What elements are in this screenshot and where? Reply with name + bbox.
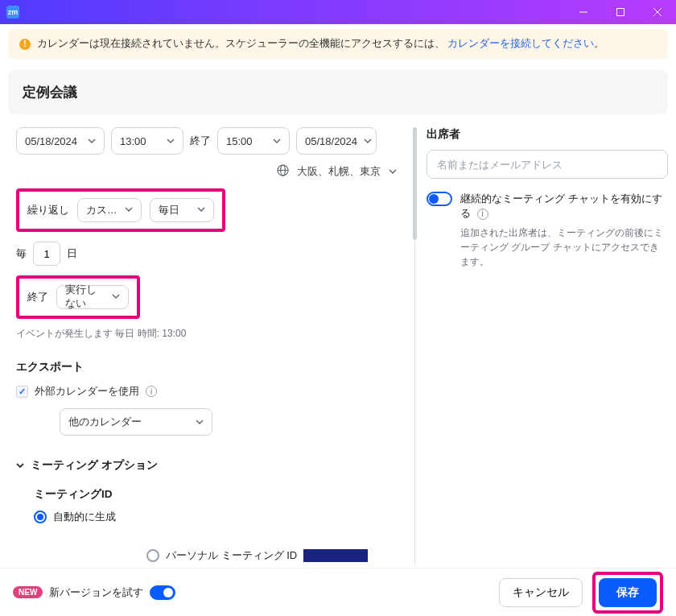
minimize-button[interactable]	[565, 0, 602, 24]
titlebar: zm	[0, 0, 676, 24]
meeting-id-title: ミーティングID	[34, 487, 403, 502]
chevron-down-icon	[197, 205, 205, 216]
chevron-down-icon	[364, 135, 372, 147]
try-new-toggle[interactable]	[150, 585, 175, 600]
chevron-down-icon	[125, 205, 133, 216]
maximize-button[interactable]	[602, 0, 639, 24]
every-value-input[interactable]	[33, 242, 60, 266]
end-recurrence-highlight: 終了 実行しない	[16, 275, 140, 319]
new-badge: NEW	[13, 586, 43, 598]
recurrence-highlight: 繰り返し カスタム... 毎日	[16, 188, 225, 232]
end-label: 終了	[190, 134, 211, 148]
try-new-label: 新バージョンを試す	[49, 585, 143, 600]
end-time-select[interactable]: 15:00	[217, 127, 290, 155]
calendar-select[interactable]: 他のカレンダー	[60, 408, 212, 436]
cancel-button[interactable]: キャンセル	[499, 578, 583, 607]
continuous-chat-note: 追加された出席者は、ミーティングの前後にミーティング グループ チャットにアクセ…	[460, 225, 668, 269]
every-suffix-label: 日	[67, 246, 77, 261]
end-date-select[interactable]: 05/18/2024	[296, 127, 377, 155]
meeting-options-title[interactable]: ミーティング オプション	[31, 458, 158, 473]
continuous-chat-label: 継続的なミーティング チャットを有効にする	[460, 192, 662, 219]
end-recurrence-label: 終了	[27, 290, 48, 304]
save-highlight: 保存	[592, 572, 663, 614]
external-calendar-label: 外部カレンダーを使用	[35, 384, 139, 399]
page-header: 定例会議	[8, 70, 668, 114]
attendees-input[interactable]	[427, 150, 668, 179]
start-date-select[interactable]: 05/18/2024	[16, 127, 105, 155]
save-button[interactable]: 保存	[599, 578, 657, 607]
chevron-down-icon	[389, 166, 397, 178]
redacted-id	[303, 549, 368, 562]
chevron-down-icon	[273, 135, 281, 147]
info-icon[interactable]: i	[146, 386, 157, 397]
window-close-button[interactable]	[639, 0, 676, 24]
banner-text: カレンダーは現在接続されていません。スケジューラーの全機能にアクセスするには、	[37, 38, 445, 49]
external-calendar-checkbox[interactable]	[16, 386, 28, 398]
warning-icon: !	[19, 39, 31, 50]
globe-icon	[277, 164, 289, 179]
timezone-label[interactable]: 大阪、札幌、東京	[297, 164, 381, 179]
footer: NEW 新バージョンを試す キャンセル 保存	[0, 568, 676, 616]
continuous-chat-toggle[interactable]	[427, 192, 452, 206]
chevron-down-icon	[112, 291, 120, 303]
svg-rect-1	[617, 9, 624, 16]
datetime-row: 05/18/2024 13:00 終了 15:00 05/18/2024	[16, 127, 403, 155]
recurrence-type-select[interactable]: カスタム...	[77, 198, 142, 222]
connect-calendar-link[interactable]: カレンダーを接続してください	[447, 38, 594, 49]
calendar-banner: ! カレンダーは現在接続されていません。スケジューラーの全機能にアクセスするには…	[8, 29, 668, 59]
auto-generate-radio[interactable]: 自動的に生成	[34, 510, 116, 524]
chevron-down-icon[interactable]	[16, 460, 24, 472]
start-time-select[interactable]: 13:00	[111, 127, 183, 155]
every-prefix-label: 毎	[16, 246, 27, 261]
app-icon: zm	[6, 6, 19, 19]
personal-id-radio[interactable]: パーソナル ミーティング ID	[146, 548, 368, 563]
recurrence-summary: イベントが発生します 毎日 時間: 13:00	[16, 327, 403, 341]
column-divider	[414, 127, 415, 565]
recurrence-label: 繰り返し	[27, 203, 69, 217]
page-title: 定例会議	[23, 83, 653, 101]
info-icon[interactable]: i	[477, 209, 488, 220]
chevron-down-icon	[196, 416, 204, 428]
recurrence-freq-select[interactable]: 毎日	[150, 198, 214, 222]
end-recurrence-select[interactable]: 実行しない	[56, 285, 129, 309]
chevron-down-icon	[88, 135, 96, 147]
attendees-title: 出席者	[427, 127, 668, 142]
chevron-down-icon	[167, 135, 175, 147]
export-title: エクスポート	[16, 360, 403, 374]
